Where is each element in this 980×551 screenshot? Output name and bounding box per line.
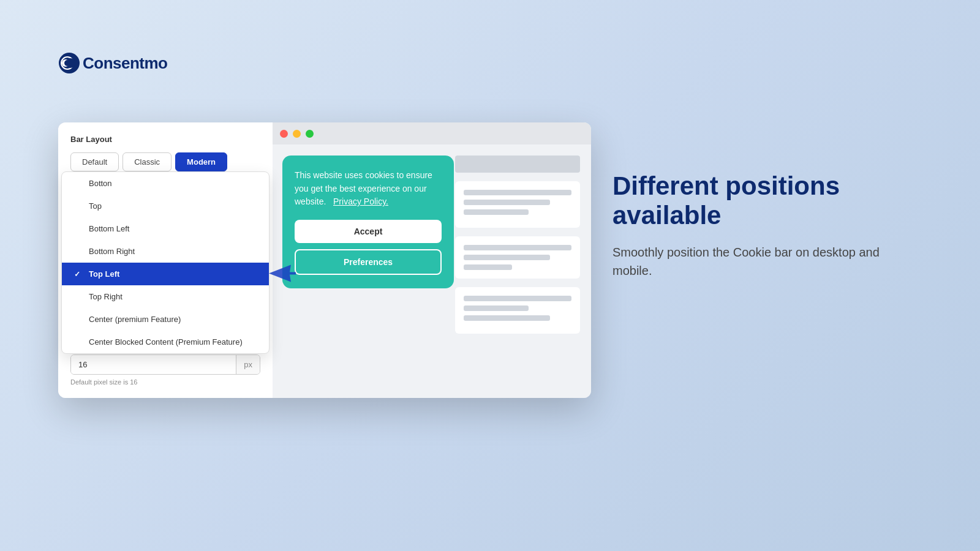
accept-button[interactable]: Accept	[295, 220, 442, 243]
dropdown-item-bottom-left[interactable]: Bottom Left	[62, 217, 269, 240]
ph-line	[464, 296, 571, 301]
right-subtext: Smoothly position the Cookie bar on desk…	[612, 243, 919, 280]
right-content: Different positions available Smoothly p…	[612, 171, 919, 280]
ph-line	[464, 305, 529, 311]
layout-btn-classic[interactable]: Classic	[123, 152, 172, 171]
pixel-hint: Default pixel size is 16	[70, 378, 260, 386]
traffic-light-red	[280, 130, 288, 138]
dropdown-item-center-premium[interactable]: Center (premium Feature)	[62, 308, 269, 331]
layout-btn-modern[interactable]: Modern	[175, 152, 227, 171]
ph-line	[464, 264, 512, 270]
dropdown-item-top-left[interactable]: ✓ Top Left	[62, 263, 269, 285]
traffic-light-green	[306, 130, 314, 138]
layout-btn-default[interactable]: Default	[70, 152, 119, 171]
dropdown-item-top[interactable]: Top	[62, 195, 269, 217]
logo: Consentmo	[58, 52, 168, 74]
settings-panel: Bar Layout Default Classic Modern Botton…	[58, 122, 273, 398]
pixel-input[interactable]	[71, 355, 236, 374]
logo-icon	[58, 52, 80, 74]
dropdown-item-bottom-right[interactable]: Bottom Right	[62, 240, 269, 263]
browser-content: This website uses cookies to ensure you …	[271, 144, 591, 398]
position-dropdown[interactable]: Botton Top Bottom Left Bottom Right ✓ To…	[61, 171, 270, 354]
dropdown-item-botton[interactable]: Botton	[62, 172, 269, 195]
placeholder-block-3	[455, 287, 580, 334]
dropdown-item-top-right[interactable]: Top Right	[62, 285, 269, 308]
pixel-input-area: px Default pixel size is 16	[70, 354, 260, 386]
right-heading: Different positions available	[612, 171, 919, 231]
check-top-left: ✓	[74, 270, 84, 279]
cookie-text: This website uses cookies to ensure you …	[295, 169, 442, 209]
screenshot-container: Bar Layout Default Classic Modern Botton…	[58, 122, 591, 398]
ph-line	[464, 209, 529, 215]
browser-titlebar	[271, 122, 591, 144]
privacy-policy-link[interactable]: Privacy Policy.	[333, 197, 388, 206]
bar-layout-label: Bar Layout	[70, 135, 260, 144]
ph-line	[464, 315, 550, 321]
placeholder-block-1	[455, 181, 580, 228]
preferences-button[interactable]: Preferences	[295, 249, 442, 275]
pixel-input-row: px	[70, 354, 260, 375]
dropdown-arrow	[266, 262, 296, 286]
placeholder-topbar	[455, 156, 580, 173]
ph-line	[464, 255, 550, 260]
ph-line	[464, 200, 550, 205]
browser-placeholder-area	[455, 156, 580, 387]
pixel-unit: px	[236, 355, 260, 374]
logo-text: Consentmo	[83, 54, 168, 73]
layout-buttons: Default Classic Modern	[70, 152, 260, 171]
ph-line	[464, 245, 571, 250]
browser-mockup: This website uses cookies to ensure you …	[271, 122, 591, 398]
cookie-banner: This website uses cookies to ensure you …	[282, 156, 454, 288]
traffic-light-yellow	[293, 130, 301, 138]
dropdown-item-center-blocked[interactable]: Center Blocked Content (Premium Feature)	[62, 331, 269, 353]
svg-point-4	[64, 60, 70, 66]
placeholder-block-2	[455, 236, 580, 279]
ph-line	[464, 190, 571, 195]
